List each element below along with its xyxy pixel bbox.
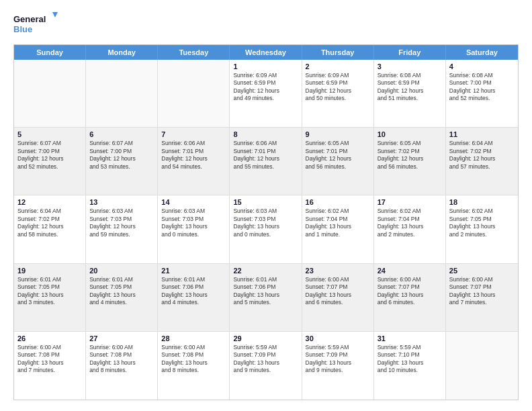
calendar-cell: 5Sunrise: 6:07 AM Sunset: 7:00 PM Daylig… — [14, 128, 86, 195]
day-number: 20 — [89, 267, 154, 275]
day-number: 1 — [233, 62, 298, 71]
cell-info: Sunrise: 6:06 AM Sunset: 7:01 PM Dayligh… — [161, 140, 226, 171]
cell-info: Sunrise: 5:59 AM Sunset: 7:09 PM Dayligh… — [233, 344, 298, 375]
day-number: 3 — [378, 62, 442, 71]
day-number: 12 — [17, 198, 82, 206]
logo: General Blue — [13, 11, 60, 38]
day-number: 11 — [449, 130, 515, 138]
cell-info: Sunrise: 6:01 AM Sunset: 7:05 PM Dayligh… — [17, 276, 82, 307]
day-number: 19 — [17, 267, 82, 275]
day-header-sunday: Sunday — [14, 45, 86, 60]
cell-info: Sunrise: 6:01 AM Sunset: 7:06 PM Dayligh… — [233, 276, 298, 307]
cell-info: Sunrise: 6:00 AM Sunset: 7:08 PM Dayligh… — [161, 344, 226, 375]
calendar-row-1: 1Sunrise: 6:09 AM Sunset: 6:59 PM Daylig… — [14, 60, 518, 128]
day-header-thursday: Thursday — [302, 45, 374, 60]
day-number: 7 — [161, 130, 226, 138]
cell-info: Sunrise: 6:03 AM Sunset: 7:03 PM Dayligh… — [89, 208, 154, 238]
day-number: 2 — [306, 62, 370, 71]
day-number: 27 — [89, 334, 154, 342]
calendar-cell: 20Sunrise: 6:01 AM Sunset: 7:05 PM Dayli… — [86, 264, 158, 331]
calendar-cell: 2Sunrise: 6:09 AM Sunset: 6:59 PM Daylig… — [302, 60, 374, 127]
calendar-cell: 23Sunrise: 6:00 AM Sunset: 7:07 PM Dayli… — [302, 264, 374, 331]
cell-info: Sunrise: 5:59 AM Sunset: 7:10 PM Dayligh… — [378, 344, 442, 375]
day-number: 15 — [233, 198, 298, 206]
cell-info: Sunrise: 6:01 AM Sunset: 7:05 PM Dayligh… — [89, 276, 154, 307]
calendar-row-4: 19Sunrise: 6:01 AM Sunset: 7:05 PM Dayli… — [14, 264, 518, 332]
calendar-cell: 22Sunrise: 6:01 AM Sunset: 7:06 PM Dayli… — [230, 264, 302, 331]
day-number: 25 — [449, 267, 515, 275]
day-number: 21 — [161, 267, 226, 275]
calendar-row-2: 5Sunrise: 6:07 AM Sunset: 7:00 PM Daylig… — [14, 128, 518, 195]
calendar-cell: 21Sunrise: 6:01 AM Sunset: 7:06 PM Dayli… — [158, 264, 230, 331]
cell-info: Sunrise: 6:00 AM Sunset: 7:07 PM Dayligh… — [378, 276, 442, 307]
svg-marker-1 — [52, 12, 58, 17]
calendar-cell: 12Sunrise: 6:04 AM Sunset: 7:02 PM Dayli… — [14, 195, 86, 263]
day-header-wednesday: Wednesday — [230, 45, 302, 60]
calendar-cell: 25Sunrise: 6:00 AM Sunset: 7:07 PM Dayli… — [446, 264, 518, 331]
cell-info: Sunrise: 5:59 AM Sunset: 7:09 PM Dayligh… — [306, 344, 370, 375]
day-number: 13 — [89, 198, 154, 206]
calendar-cell: 8Sunrise: 6:06 AM Sunset: 7:01 PM Daylig… — [230, 128, 302, 195]
day-header-saturday: Saturday — [446, 45, 518, 60]
calendar-cell: 15Sunrise: 6:03 AM Sunset: 7:03 PM Dayli… — [230, 195, 302, 263]
day-number: 23 — [306, 267, 370, 275]
page-header: General Blue — [13, 11, 519, 38]
day-number: 31 — [378, 334, 442, 342]
cell-info: Sunrise: 6:09 AM Sunset: 6:59 PM Dayligh… — [306, 72, 370, 103]
calendar-header: SundayMondayTuesdayWednesdayThursdayFrid… — [14, 45, 518, 60]
calendar-cell: 9Sunrise: 6:05 AM Sunset: 7:01 PM Daylig… — [302, 128, 374, 195]
day-number: 8 — [233, 130, 298, 138]
calendar-cell: 17Sunrise: 6:02 AM Sunset: 7:04 PM Dayli… — [374, 195, 446, 263]
day-number: 9 — [306, 130, 370, 138]
cell-info: Sunrise: 6:05 AM Sunset: 7:02 PM Dayligh… — [378, 140, 442, 171]
calendar-cell: 11Sunrise: 6:04 AM Sunset: 7:02 PM Dayli… — [446, 128, 518, 195]
day-number: 22 — [233, 267, 298, 275]
cell-info: Sunrise: 6:04 AM Sunset: 7:02 PM Dayligh… — [17, 208, 82, 238]
cell-info: Sunrise: 6:00 AM Sunset: 7:08 PM Dayligh… — [17, 344, 82, 375]
day-header-monday: Monday — [86, 45, 158, 60]
calendar-cell — [14, 60, 86, 127]
day-number: 5 — [17, 130, 82, 138]
calendar-cell: 27Sunrise: 6:00 AM Sunset: 7:08 PM Dayli… — [86, 332, 158, 400]
cell-info: Sunrise: 6:02 AM Sunset: 7:04 PM Dayligh… — [378, 208, 442, 238]
cell-info: Sunrise: 6:06 AM Sunset: 7:01 PM Dayligh… — [233, 140, 298, 171]
calendar-cell: 29Sunrise: 5:59 AM Sunset: 7:09 PM Dayli… — [230, 332, 302, 400]
day-number: 17 — [378, 198, 442, 206]
calendar-cell: 16Sunrise: 6:02 AM Sunset: 7:04 PM Dayli… — [302, 195, 374, 263]
calendar-row-5: 26Sunrise: 6:00 AM Sunset: 7:08 PM Dayli… — [14, 332, 518, 400]
cell-info: Sunrise: 6:08 AM Sunset: 6:59 PM Dayligh… — [378, 72, 442, 103]
calendar-cell: 19Sunrise: 6:01 AM Sunset: 7:05 PM Dayli… — [14, 264, 86, 331]
calendar-cell: 24Sunrise: 6:00 AM Sunset: 7:07 PM Dayli… — [374, 264, 446, 331]
day-number: 24 — [378, 267, 442, 275]
cell-info: Sunrise: 6:03 AM Sunset: 7:03 PM Dayligh… — [233, 208, 298, 238]
cell-info: Sunrise: 6:04 AM Sunset: 7:02 PM Dayligh… — [449, 140, 515, 171]
svg-text:General: General — [13, 14, 46, 24]
cell-info: Sunrise: 6:01 AM Sunset: 7:06 PM Dayligh… — [161, 276, 226, 307]
calendar-cell — [446, 332, 518, 400]
calendar-cell: 3Sunrise: 6:08 AM Sunset: 6:59 PM Daylig… — [374, 60, 446, 127]
calendar-cell: 31Sunrise: 5:59 AM Sunset: 7:10 PM Dayli… — [374, 332, 446, 400]
calendar-body: 1Sunrise: 6:09 AM Sunset: 6:59 PM Daylig… — [14, 60, 518, 400]
day-number: 30 — [306, 334, 370, 342]
calendar-cell: 10Sunrise: 6:05 AM Sunset: 7:02 PM Dayli… — [374, 128, 446, 195]
day-header-friday: Friday — [374, 45, 446, 60]
calendar-row-3: 12Sunrise: 6:04 AM Sunset: 7:02 PM Dayli… — [14, 195, 518, 263]
cell-info: Sunrise: 6:08 AM Sunset: 7:00 PM Dayligh… — [449, 72, 515, 103]
calendar-cell — [158, 60, 230, 127]
cell-info: Sunrise: 6:07 AM Sunset: 7:00 PM Dayligh… — [89, 140, 154, 171]
day-number: 16 — [306, 198, 370, 206]
day-number: 28 — [161, 334, 226, 342]
logo-svg: General Blue — [13, 11, 60, 38]
svg-text:Blue: Blue — [13, 24, 32, 34]
calendar-cell: 4Sunrise: 6:08 AM Sunset: 7:00 PM Daylig… — [446, 60, 518, 127]
calendar-cell: 28Sunrise: 6:00 AM Sunset: 7:08 PM Dayli… — [158, 332, 230, 400]
day-number: 29 — [233, 334, 298, 342]
cell-info: Sunrise: 6:02 AM Sunset: 7:05 PM Dayligh… — [449, 208, 515, 238]
calendar-cell: 18Sunrise: 6:02 AM Sunset: 7:05 PM Dayli… — [446, 195, 518, 263]
cell-info: Sunrise: 6:09 AM Sunset: 6:59 PM Dayligh… — [233, 72, 298, 103]
calendar-cell: 26Sunrise: 6:00 AM Sunset: 7:08 PM Dayli… — [14, 332, 86, 400]
cell-info: Sunrise: 6:00 AM Sunset: 7:08 PM Dayligh… — [89, 344, 154, 375]
cell-info: Sunrise: 6:03 AM Sunset: 7:03 PM Dayligh… — [161, 208, 226, 238]
day-number: 4 — [449, 62, 515, 71]
day-header-tuesday: Tuesday — [158, 45, 230, 60]
